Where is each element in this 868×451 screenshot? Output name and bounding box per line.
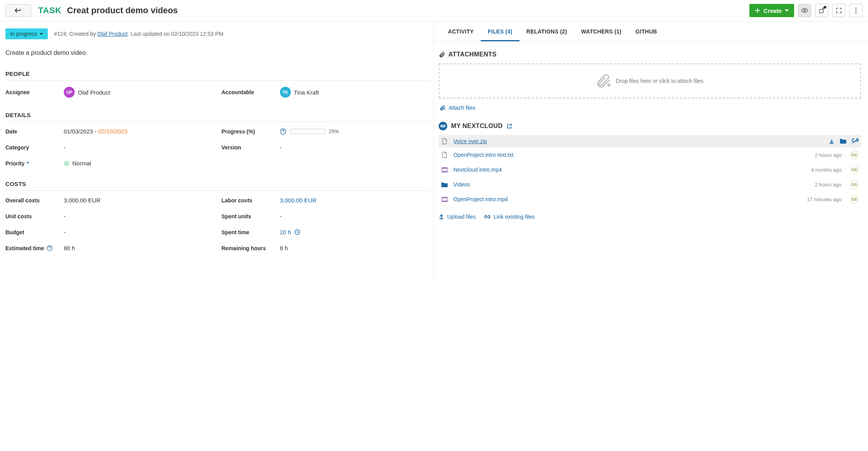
svg-rect-21 (443, 197, 443, 198)
svg-point-2 (855, 7, 856, 9)
details-fields: Date 01/03/2023 - 02/10/2023 Progress (%… (5, 128, 430, 167)
budget-value[interactable]: - (64, 229, 214, 235)
nextcloud-file-row[interactable]: Videos2 hours agoNA (439, 177, 861, 192)
tab-github[interactable]: GITHUB (628, 21, 664, 41)
author-link[interactable]: Olaf Product (97, 31, 128, 37)
unit-costs-value: - (64, 213, 214, 219)
task-title[interactable]: Creat product demo videos (67, 5, 178, 16)
svg-rect-22 (444, 197, 445, 198)
chevron-down-icon (40, 33, 43, 35)
nextcloud-logo-icon (439, 122, 447, 130)
help-icon[interactable] (47, 245, 52, 251)
watch-button[interactable] (798, 4, 811, 17)
costs-fields: Overall costs 3,000.00 EUR Labor costs 3… (5, 197, 430, 251)
status-dropdown[interactable]: In progress (5, 28, 48, 39)
file-ago: 4 months ago (811, 167, 842, 173)
divider (5, 80, 430, 81)
back-button[interactable] (5, 4, 31, 17)
tab-watchers[interactable]: WATCHERS (1) (574, 21, 628, 41)
assignee-name: Olaf Product (78, 89, 110, 96)
svg-rect-14 (444, 167, 445, 168)
nextcloud-file-list: Voice over.zipOpenProject intro text.txt… (439, 135, 861, 207)
svg-point-10 (444, 125, 445, 127)
owner-badge: NA (850, 151, 859, 159)
accountable-name: Tina Kraft (294, 89, 319, 96)
divider (5, 121, 430, 122)
right-body: ATTACHMENTS Drop files here or click to … (434, 42, 868, 232)
priority-value[interactable]: Normal (64, 160, 214, 167)
top-actions: Create (749, 4, 863, 17)
accountable-value[interactable]: TK Tina Kraft (280, 87, 430, 98)
tabs: ACTIVITY FILES (4) RELATIONS (2) WATCHER… (434, 21, 868, 42)
kebab-icon (855, 7, 857, 14)
plus-icon (755, 8, 760, 13)
tab-files[interactable]: FILES (4) (481, 21, 519, 41)
create-button[interactable]: Create (749, 4, 794, 17)
notification-dot-icon (824, 6, 826, 9)
download-icon[interactable] (829, 139, 835, 144)
tab-activity[interactable]: ACTIVITY (441, 21, 481, 41)
attach-files-link[interactable]: Attach files (439, 105, 475, 111)
more-button[interactable] (849, 4, 863, 17)
file-ago: 2 hours ago (815, 152, 842, 158)
nextcloud-file-row[interactable]: OpenProject intro.mp417 minutes agoNA (439, 192, 861, 207)
spent-time-value[interactable]: 20 h (280, 229, 430, 235)
remaining-hours-value[interactable]: 8 h (280, 245, 430, 251)
tab-relations[interactable]: RELATIONS (2) (520, 21, 574, 41)
link-existing-files-link[interactable]: Link existing files (484, 214, 535, 220)
file-row-actions (829, 139, 859, 144)
file-ago: 2 hours ago (815, 182, 842, 188)
file-ago: 17 minutes ago (807, 197, 842, 202)
nextcloud-file-row[interactable]: Voice over.zip (439, 135, 861, 147)
people-fields: Assignee OP Olaf Product Accountable TK … (5, 87, 430, 98)
svg-rect-13 (443, 167, 443, 168)
file-name[interactable]: Nextcloud intro.mp4 (453, 167, 805, 173)
task-description[interactable]: Create a product demo video. (5, 49, 430, 56)
task-type-label: TASK (38, 5, 61, 16)
costs-heading: COSTS (5, 181, 430, 187)
link-icon (484, 214, 490, 219)
file-name[interactable]: OpenProject intro text.txt (453, 152, 809, 158)
date-label: Date (5, 128, 64, 135)
share-button[interactable] (815, 4, 828, 17)
external-link-icon[interactable] (507, 123, 512, 129)
task-meta: #124: Created by Olaf Product. Last upda… (54, 31, 225, 37)
main-content: In progress #124: Created by Olaf Produc… (0, 21, 868, 277)
accountable-label: Accountable (222, 89, 280, 95)
attachments-heading: ATTACHMENTS (439, 51, 861, 58)
open-folder-icon[interactable] (840, 139, 846, 144)
priority-label: Priority* (5, 160, 64, 167)
help-icon[interactable] (280, 128, 286, 135)
svg-rect-12 (442, 168, 448, 171)
unlink-icon[interactable] (852, 139, 859, 144)
top-bar: TASK Creat product demo videos Create (0, 0, 868, 21)
nextcloud-file-row[interactable]: Nextcloud intro.mp44 months agoNA (439, 162, 861, 177)
fullscreen-button[interactable] (832, 4, 845, 17)
attachments-dropzone[interactable]: Drop files here or click to attach files… (439, 63, 861, 98)
spent-time-label: Spent time (222, 229, 280, 235)
labor-costs-value[interactable]: 3,000.00 EUR (280, 197, 430, 204)
version-value[interactable]: - (280, 144, 430, 151)
estimated-time-value[interactable]: 80 h (64, 245, 214, 251)
eye-icon (801, 8, 808, 13)
file-name[interactable]: Voice over.zip (453, 138, 823, 144)
date-value[interactable]: 01/03/2023 - 02/10/2023 (64, 128, 214, 135)
assignee-avatar: OP (64, 87, 75, 98)
progress-percent: 25% (329, 128, 339, 134)
assignee-value[interactable]: OP Olaf Product (64, 87, 214, 98)
remaining-hours-label: Remaining hours (222, 245, 280, 251)
create-button-label: Create (763, 7, 782, 14)
category-value[interactable]: - (64, 144, 214, 151)
svg-rect-26 (446, 201, 446, 202)
file-name[interactable]: OpenProject intro.mp4 (453, 196, 802, 202)
svg-rect-23 (446, 197, 446, 198)
owner-badge: NA (850, 165, 859, 174)
upload-files-link[interactable]: Upload files (439, 214, 476, 220)
divider (5, 190, 430, 191)
file-name[interactable]: Videos (453, 181, 809, 188)
version-label: Version (222, 144, 280, 151)
nextcloud-heading: MY NEXTCLOUD (439, 122, 861, 130)
nextcloud-file-row[interactable]: OpenProject intro text.txt2 hours agoNA (439, 147, 861, 162)
progress-value[interactable]: 25% (280, 128, 430, 135)
chevron-down-icon (785, 9, 789, 12)
